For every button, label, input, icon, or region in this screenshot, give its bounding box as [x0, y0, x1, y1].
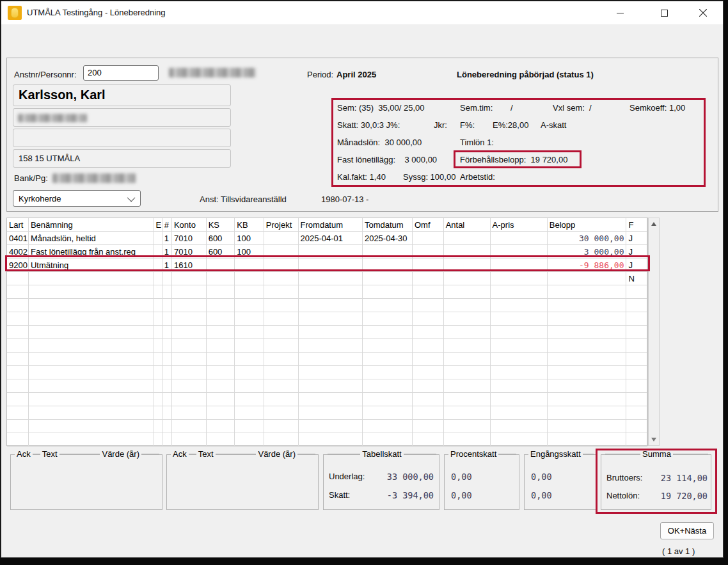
title-bar: UTMÅLA Testingång - Löneberedning [1, 1, 723, 24]
info-manadslon: Månadslön: 30 000,00 [337, 138, 422, 147]
cell-e [154, 312, 162, 326]
table-row[interactable] [7, 299, 647, 312]
maximize-button[interactable] [649, 1, 679, 24]
postal-city-field: 158 15 UTMÅLA [13, 149, 231, 168]
table-row[interactable]: 4002Fast lönetillägg från anst.reg 17010… [7, 245, 647, 259]
cell-konto: 7010 [171, 232, 206, 245]
table-row[interactable]: 9200Utmätning 11610 -9 886,00J [7, 259, 647, 272]
cell-omf [412, 299, 443, 312]
anstnr-input[interactable]: 200 [83, 65, 159, 81]
info-forbehallsbelopp: Förbehållsbelopp: 19 720,00 [460, 155, 567, 164]
col-benamning[interactable]: Benämning [28, 218, 154, 232]
col-konto[interactable]: Konto [171, 218, 206, 232]
cell-e [154, 285, 162, 299]
close-button[interactable] [688, 1, 718, 24]
cell-antal [443, 326, 490, 339]
cell-omf [412, 232, 443, 245]
table-row[interactable] [7, 353, 647, 366]
cell-konto [171, 312, 206, 326]
cell-lart [7, 433, 28, 447]
table-row[interactable] [7, 339, 647, 353]
table-row[interactable] [7, 379, 647, 393]
cell-omf [412, 420, 443, 433]
cell-fromdatum [298, 326, 362, 339]
cell-tomdatum [362, 366, 412, 379]
col-antal[interactable]: Antal [443, 218, 490, 232]
cell-ks [206, 272, 235, 285]
salary-table-body: 0401Månadslön, heltid 17010600100 2025-0… [7, 232, 647, 447]
minimize-button[interactable] [605, 1, 635, 24]
col-e[interactable]: E [154, 218, 162, 232]
col-apris[interactable]: A-pris [490, 218, 547, 232]
col-fromdatum[interactable]: Fromdatum [298, 218, 362, 232]
col-lart[interactable]: Lart [7, 218, 28, 232]
table-row[interactable]: N [7, 272, 647, 285]
table-row[interactable] [7, 326, 647, 339]
cell-konto [171, 379, 206, 393]
cell-e [154, 259, 162, 272]
cell-omf [412, 393, 443, 406]
cell-apris [490, 299, 547, 312]
info-sem: Sem: (35) 35,00/ 25,00 [337, 103, 425, 113]
col-projekt[interactable]: Projekt [264, 218, 298, 232]
scroll-down-icon[interactable] [651, 438, 656, 442]
table-row[interactable] [7, 366, 647, 379]
table-row[interactable] [7, 393, 647, 406]
cell-fromdatum [298, 245, 362, 259]
cell-tomdatum [362, 312, 412, 326]
underlag-label: Underlag: [329, 472, 365, 481]
col-f[interactable]: F [626, 218, 647, 232]
cell-benamning [28, 379, 154, 393]
cell-num [162, 366, 171, 379]
cell-lart [7, 379, 28, 393]
col-num[interactable]: # [162, 218, 171, 232]
status-text: Löneberedning påbörjad (status 1) [457, 70, 594, 79]
bruttoers-label: Bruttoers: [606, 473, 642, 482]
col-ks[interactable]: KS [206, 218, 235, 232]
cell-ks [206, 353, 235, 366]
scroll-up-icon[interactable] [651, 222, 656, 226]
table-row[interactable] [7, 433, 647, 447]
cell-antal [443, 433, 490, 447]
cell-apris [490, 326, 547, 339]
ok-nasta-button[interactable]: OK+Nästa [660, 522, 714, 539]
cell-belopp [547, 353, 626, 366]
address-line2-field [13, 129, 231, 147]
info-semkoeff: Semkoeff: 1,00 [629, 103, 685, 113]
cell-tomdatum [362, 379, 412, 393]
engangsskatt-row2: 0,00 [531, 490, 552, 500]
col-tomdatum[interactable]: Tomdatum [362, 218, 412, 232]
cell-e [154, 299, 162, 312]
cell-ks [206, 379, 235, 393]
col-belopp[interactable]: Belopp [547, 218, 626, 232]
cell-antal [443, 379, 490, 393]
table-row[interactable] [7, 406, 647, 420]
info-sem-tim-value: / [510, 103, 513, 113]
cell-apris [490, 420, 547, 433]
table-row[interactable] [7, 312, 647, 326]
cell-omf [412, 353, 443, 366]
cell-antal [443, 299, 490, 312]
job-title-dropdown[interactable]: Kyrkoherde [13, 190, 141, 207]
table-scrollbar[interactable] [648, 218, 660, 446]
cell-kb [235, 379, 264, 393]
cell-benamning [28, 285, 154, 299]
cell-tomdatum [362, 272, 412, 285]
table-row[interactable]: 0401Månadslön, heltid 17010600100 2025-0… [7, 232, 647, 245]
procentskatt-box: Procentskatt 0,00 0,00 [444, 454, 519, 510]
cell-fromdatum [298, 299, 362, 312]
table-row[interactable] [7, 285, 647, 299]
cell-f [626, 299, 647, 312]
col-omf[interactable]: Omf [412, 218, 443, 232]
cell-num [162, 339, 171, 353]
ack-box-2-title: Ack Text Värde (år) [171, 449, 315, 459]
col-kb[interactable]: KB [235, 218, 264, 232]
info-f-pct: F%: [460, 120, 475, 130]
engangsskatt-box: Engångsskatt 0,00 0,00 [524, 454, 597, 510]
cell-projekt [264, 312, 298, 326]
cell-num [162, 326, 171, 339]
info-skatt: Skatt: 30,0:3 J%: [337, 120, 400, 130]
cell-projekt [264, 299, 298, 312]
table-row[interactable] [7, 420, 647, 433]
cell-kb [235, 312, 264, 326]
